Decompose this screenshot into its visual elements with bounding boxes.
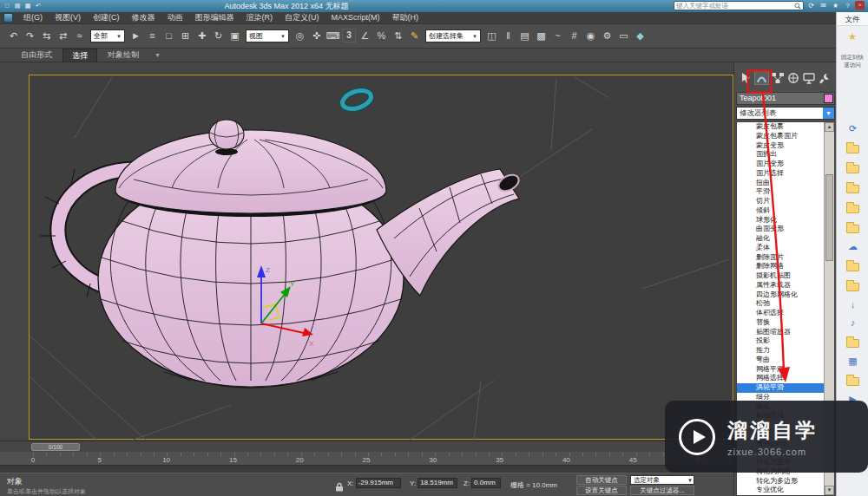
help-icon[interactable]: ? — [843, 1, 852, 10]
folder-icon[interactable] — [846, 377, 859, 386]
select-by-name-icon[interactable]: ≡ — [144, 28, 161, 44]
download-icon[interactable]: ↓ — [846, 299, 860, 310]
music-icon[interactable]: ♪ — [846, 317, 860, 328]
menu-item[interactable]: 修改器 — [126, 12, 161, 23]
align-icon[interactable]: ‖ — [500, 28, 516, 44]
coord-system-dropdown[interactable]: 视图▼ — [246, 29, 289, 42]
named-sets-dropdown[interactable]: 创建选择集▼ — [425, 29, 481, 42]
explorer-file-tab[interactable]: 文件 — [837, 12, 868, 26]
percent-snap-icon[interactable]: % — [373, 28, 390, 44]
unlink-selection-icon[interactable]: ⇄ — [55, 28, 71, 44]
scroll-down-icon[interactable]: ▼ — [825, 486, 834, 495]
modifier-item[interactable]: 删除面片 — [737, 253, 824, 263]
render-production-icon[interactable]: ◆ — [632, 28, 648, 44]
folder-icon[interactable] — [846, 145, 859, 153]
ribbon-tab[interactable]: 选择 — [62, 49, 97, 62]
modifier-list-dropdown[interactable]: 修改器列表 ▼ — [736, 107, 835, 120]
graphite-ribbon-icon[interactable]: ▩ — [533, 28, 549, 44]
close-icon[interactable]: × — [855, 1, 865, 10]
window-crossing-icon[interactable]: ⊞ — [177, 28, 194, 44]
pictures-icon[interactable]: ▦ — [846, 356, 860, 366]
modifier-item[interactable]: 球形化 — [737, 216, 824, 225]
menu-item[interactable]: 自定义(U) — [279, 12, 326, 23]
modifier-item[interactable]: 贴图缩放器 — [737, 328, 824, 337]
search-input[interactable]: 键入关键字或短语 — [676, 2, 792, 10]
menu-item[interactable]: 创建(C) — [87, 12, 126, 23]
redo-icon[interactable]: ↷ — [22, 28, 38, 44]
modifier-item[interactable]: 切片 — [737, 197, 824, 206]
menu-item[interactable]: 视图(V) — [49, 12, 87, 23]
modifier-item[interactable]: 四边形网格化 — [737, 290, 824, 300]
layer-manager-icon[interactable]: ▤ — [516, 28, 533, 44]
modifier-item[interactable]: 扭曲 — [737, 179, 824, 188]
menu-item[interactable]: 组(G) — [17, 12, 49, 23]
select-object-icon[interactable]: ► — [128, 28, 144, 44]
object-name-field[interactable]: Teapot001 — [736, 92, 835, 105]
folder-icon[interactable] — [846, 165, 859, 173]
modifier-item[interactable]: 曲面变形 — [737, 225, 824, 234]
selection-lock-icon[interactable] — [335, 480, 344, 495]
open-file-icon[interactable]: ▤ — [13, 2, 22, 10]
material-editor-icon[interactable]: ◉ — [582, 28, 599, 44]
track-bar[interactable]: 05101520253035404550 — [0, 452, 733, 465]
search-icon[interactable] — [794, 3, 801, 10]
modifier-item[interactable]: 网格选择 — [737, 374, 824, 383]
set-key-button[interactable]: 设置关键点 — [576, 486, 627, 495]
display-tab-icon[interactable] — [801, 71, 816, 85]
edit-named-sets-icon[interactable]: ✎ — [406, 28, 423, 44]
hierarchy-tab-icon[interactable] — [770, 71, 785, 85]
y-coordinate-field[interactable]: 18.519mm — [418, 478, 457, 488]
recent-icon[interactable]: ⟳ — [846, 123, 860, 134]
undo-icon[interactable]: ↶ — [34, 2, 43, 10]
undo-icon[interactable]: ↶ — [5, 28, 22, 44]
scroll-up-icon[interactable]: ▲ — [825, 122, 834, 132]
modifier-item[interactable]: 推力 — [737, 346, 824, 356]
mirror-icon[interactable]: ◫ — [483, 28, 500, 44]
render-setup-icon[interactable]: ⚙ — [599, 28, 615, 44]
folder-icon[interactable] — [846, 339, 859, 348]
ribbon-collapse-icon[interactable]: ▼ — [155, 49, 161, 62]
select-and-scale-icon[interactable]: ▣ — [227, 28, 243, 44]
ribbon-tab[interactable]: 对象绘制 — [99, 49, 148, 62]
modifier-item[interactable]: 涡轮平滑 — [737, 383, 824, 393]
folder-icon[interactable] — [846, 225, 859, 233]
modifier-item[interactable]: 弯曲 — [737, 356, 824, 365]
modifier-item[interactable]: 面挤出 — [737, 150, 824, 160]
selection-filter-dropdown[interactable]: 全部▼ — [90, 29, 125, 42]
teapot-object[interactable] — [40, 120, 522, 388]
time-slider-handle[interactable]: 0/100 — [31, 443, 80, 451]
key-filters-button[interactable]: 关键点过滤器... — [630, 486, 694, 495]
modifier-item[interactable]: 删除网格 — [737, 262, 824, 271]
ribbon-tab[interactable]: 自由形式 — [12, 49, 61, 62]
pin-to-quick-access[interactable]: 固定到快 速访问 — [837, 53, 868, 69]
menu-item[interactable]: 图形编辑器 — [189, 12, 240, 23]
use-pivot-center-icon[interactable]: ◎ — [292, 28, 308, 44]
modifier-item[interactable]: 属性承载器 — [737, 281, 824, 290]
render-frame-icon[interactable]: ▭ — [615, 28, 632, 44]
modifier-item[interactable]: 蒙皮变形 — [737, 141, 824, 151]
menu-item[interactable]: MAXScript(M) — [326, 12, 386, 23]
object-color-swatch[interactable] — [824, 94, 833, 103]
curve-editor-icon[interactable]: ~ — [549, 28, 566, 44]
scrollbar-thumb[interactable] — [825, 174, 833, 261]
favorites-star-icon[interactable]: ★ — [837, 31, 868, 42]
modifier-item[interactable]: 转化为多边形 — [737, 477, 824, 486]
menu-item[interactable]: 渲染(R) — [240, 12, 279, 23]
chevron-down-icon[interactable]: ▼ — [823, 108, 834, 119]
communication-center-icon[interactable]: ✉ — [819, 1, 828, 10]
motion-tab-icon[interactable] — [786, 71, 800, 85]
angle-snap-icon[interactable]: ∠ — [357, 28, 373, 44]
select-and-link-icon[interactable]: ⇆ — [38, 28, 55, 44]
modifier-item[interactable]: 倾斜 — [737, 206, 824, 216]
modifier-item[interactable]: 松弛 — [737, 299, 824, 309]
new-scene-icon[interactable]: □ — [3, 2, 11, 10]
snap-toggle-3d-icon[interactable]: 3 — [342, 29, 356, 42]
modifier-item[interactable]: 柔体 — [737, 244, 824, 253]
spinner-snap-icon[interactable]: ⇅ — [390, 28, 406, 44]
modifier-item[interactable]: 替换 — [737, 318, 824, 328]
modifier-item[interactable]: 投影 — [737, 336, 824, 346]
z-coordinate-field[interactable]: 0.0mm — [471, 478, 501, 488]
cloud-icon[interactable]: ☁ — [846, 241, 860, 251]
subscription-icon[interactable]: ⟳ — [806, 1, 816, 10]
create-tab-icon[interactable] — [739, 71, 753, 85]
